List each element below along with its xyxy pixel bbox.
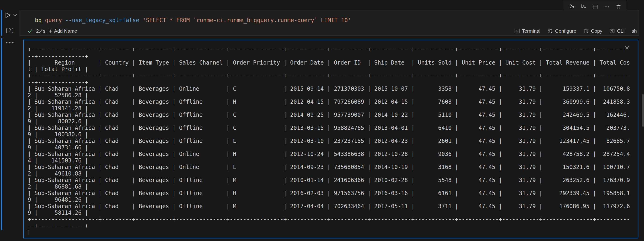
terminal-line: --+--------------+ <box>28 53 637 59</box>
more-actions-button[interactable] <box>604 4 610 10</box>
terminal-line: | Sub-Saharan Africa | Chad | Beverages … <box>28 164 637 170</box>
cell-focus-bar <box>1 10 2 36</box>
execute-above-button[interactable] <box>569 4 575 10</box>
close-icon <box>625 46 629 50</box>
play-down-icon <box>581 4 587 10</box>
notebook-cell-region: [2] bq query --use_legacy_sql=false 'SEL… <box>0 0 644 241</box>
copy-action[interactable]: Copy <box>583 28 602 34</box>
terminal-line: | Sub-Saharan Africa | Chad | Beverages … <box>28 190 637 196</box>
run-cell-button[interactable] <box>4 12 11 19</box>
terminal-output: +--------------------+---------+--------… <box>28 46 637 237</box>
ellipsis-icon <box>604 4 610 10</box>
terminal-label: Terminal <box>522 28 540 34</box>
terminal-cursor <box>28 229 28 235</box>
terminal-line: 9 | 100380.6 | <box>28 131 637 138</box>
close-output-button[interactable] <box>624 45 630 51</box>
terminal-line: --+--------------+ <box>28 79 637 86</box>
terminal-icon <box>514 28 520 34</box>
shell-type-badge[interactable]: sh <box>632 28 637 34</box>
terminal-line: +--------------------+---------+--------… <box>28 216 637 222</box>
cell-status-bar: 2.4s + Add Name Terminal <box>20 27 639 36</box>
terminal-line: 2 | 86881.68 | <box>28 183 637 190</box>
configure-action[interactable]: Configure <box>548 28 576 34</box>
gear-icon <box>548 28 553 34</box>
trash-icon <box>616 4 622 10</box>
configure-label: Configure <box>555 28 576 34</box>
terminal-line: t | Total Profit | <box>28 66 637 73</box>
terminal-line: 2 | 52586.28 | <box>28 92 637 99</box>
terminal-output-panel[interactable]: +--------------------+---------+--------… <box>23 40 638 238</box>
output-actions-dots[interactable] <box>6 42 14 43</box>
terminal-action[interactable]: Terminal <box>514 28 540 34</box>
add-name-button[interactable]: + Add Name <box>49 28 77 34</box>
split-cell-button[interactable] <box>592 4 598 10</box>
terminal-line: | Sub-Saharan Africa | Chad | Beverages … <box>28 86 637 92</box>
terminal-line: | Sub-Saharan Africa | Chad | Beverages … <box>28 203 637 209</box>
terminal-line: | Sub-Saharan Africa | Chad | Beverages … <box>28 125 637 131</box>
execution-duration: 2.4s <box>36 28 46 34</box>
plus-icon: + <box>49 29 52 33</box>
execute-below-button[interactable] <box>581 4 587 10</box>
terminal-line: | Sub-Saharan Africa | Chad | Beverages … <box>28 151 637 157</box>
terminal-line: | Region | Country | Item Type | Sales C… <box>28 59 637 66</box>
terminal-line: 2 | 119141.28 | <box>28 105 637 112</box>
cli-label: CLI <box>617 28 625 34</box>
editor-scrollbar-thumb[interactable] <box>642 94 644 127</box>
cli-action[interactable]: CLI <box>609 28 625 34</box>
terminal-line: --+--------------+ <box>28 222 637 229</box>
play-up-icon <box>569 4 575 10</box>
execution-count: [2] <box>5 28 14 34</box>
terminal-line: | Sub-Saharan Africa | Chad | Beverages … <box>28 112 637 118</box>
terminal-line: | Sub-Saharan Africa | Chad | Beverages … <box>28 138 637 144</box>
terminal-line: 4 | 141503.76 | <box>28 157 637 164</box>
terminal-line: | Sub-Saharan Africa | Chad | Beverages … <box>28 99 637 105</box>
terminal-line: 9 | 40731.66 | <box>28 144 637 151</box>
terminal-line: | Sub-Saharan Africa | Chad | Beverages … <box>28 177 637 183</box>
output-focus-bar <box>1 38 2 230</box>
copy-label: Copy <box>591 28 602 34</box>
terminal-line: +--------------------+---------+--------… <box>28 73 637 79</box>
terminal-line: +--------------------+---------+--------… <box>28 46 637 53</box>
terminal-cursor-line <box>28 229 637 236</box>
shell-type-label: sh <box>632 28 637 34</box>
terminal-line: 9 | 80022.6 | <box>28 118 637 125</box>
split-cell-icon <box>592 4 598 10</box>
run-options-chevron-icon[interactable] <box>13 14 17 17</box>
copy-icon <box>583 28 589 34</box>
add-name-label: Add Name <box>54 28 77 34</box>
terminal-line: 2 | 49610.88 | <box>28 170 637 177</box>
delete-cell-button[interactable] <box>615 4 622 10</box>
success-check-icon <box>27 28 33 34</box>
cli-bolt-icon <box>609 28 615 34</box>
command-line[interactable]: bq query --use_legacy_sql=false 'SELECT … <box>35 17 351 24</box>
play-icon <box>4 12 11 19</box>
terminal-line: 9 | 58114.26 | <box>28 209 637 216</box>
terminal-line: 9 | 96481.26 | <box>28 196 637 203</box>
